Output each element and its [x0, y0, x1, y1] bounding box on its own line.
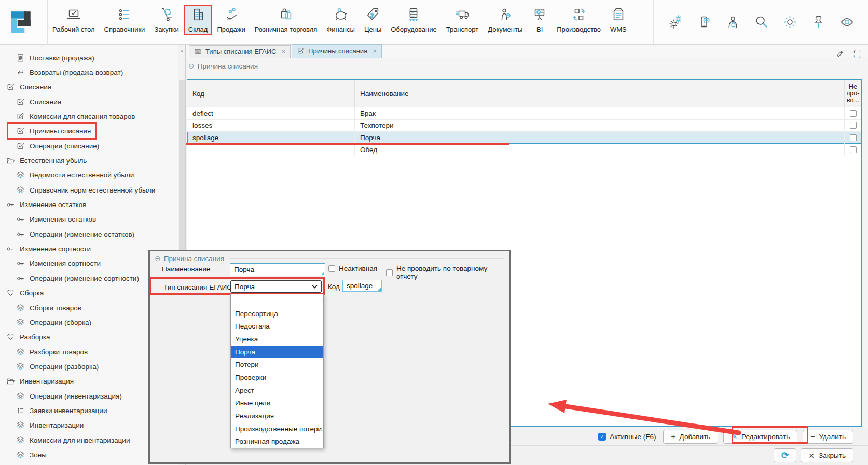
- refresh-button[interactable]: ⟳: [774, 448, 796, 462]
- checkbox-unchecked-icon[interactable]: [328, 265, 335, 272]
- feedback-chat-icon[interactable]: [697, 15, 712, 30]
- column-header-name[interactable]: Наименование: [355, 80, 845, 107]
- sidebar-item[interactable]: Операции (списание): [0, 139, 178, 153]
- module-label: Документы: [488, 25, 522, 33]
- close-button[interactable]: ✕ Закрыть: [801, 448, 853, 462]
- module-bi[interactable]: BI: [527, 5, 552, 35]
- sidebar-item[interactable]: Изменение остатков: [0, 197, 178, 212]
- sidebar-item[interactable]: Изменения остатков: [0, 212, 178, 227]
- eye-icon[interactable]: [839, 15, 855, 30]
- tab-close-icon[interactable]: ×: [282, 48, 286, 56]
- name-input[interactable]: Порча: [230, 263, 325, 276]
- checkbox-unchecked-icon[interactable]: [850, 146, 857, 153]
- checkbox-checked-icon[interactable]: ✓: [598, 433, 606, 441]
- checkbox-unchecked-icon[interactable]: [850, 134, 857, 141]
- checkbox-unchecked-icon[interactable]: [386, 269, 393, 276]
- fullscreen-icon[interactable]: [852, 49, 862, 59]
- table-row[interactable]: spoilageПорча: [187, 132, 861, 144]
- scrollbar-up-arrow[interactable]: ▲: [178, 49, 185, 52]
- cell-code[interactable]: deflect: [187, 107, 355, 119]
- module-purchases[interactable]: Закупки: [149, 5, 183, 35]
- module-desktop[interactable]: Рабочий стол: [48, 5, 100, 35]
- module-sales[interactable]: Продажи: [212, 5, 250, 35]
- cell-name[interactable]: Порча: [355, 132, 845, 144]
- module-transport[interactable]: Транспорт: [442, 5, 484, 35]
- cell-name[interactable]: Обед: [355, 144, 845, 156]
- cell-name[interactable]: Брак: [355, 107, 845, 119]
- sidebar-item[interactable]: Списания: [0, 80, 178, 94]
- dropdown-option[interactable]: Потери: [231, 358, 323, 371]
- sidebar-item-label: Справочник норм естественной убыли: [30, 186, 155, 194]
- module-catalogs[interactable]: Справочники: [100, 5, 150, 35]
- edit-button[interactable]: ✎ Редактировать: [723, 430, 797, 444]
- sidebar-item-label: Операции (инвентаризация): [30, 392, 122, 400]
- checkbox-unchecked-icon[interactable]: [850, 110, 857, 117]
- key-icon: [6, 244, 15, 253]
- cell-code[interactable]: [187, 144, 355, 156]
- dropdown-option[interactable]: Пересортица: [231, 307, 323, 320]
- table-row[interactable]: lossesТехпотери: [187, 120, 861, 132]
- search-icon[interactable]: [754, 15, 769, 30]
- column-header-code[interactable]: Код: [187, 80, 355, 107]
- dropdown-option[interactable]: Производственные потери: [231, 422, 323, 435]
- module-label: Рабочий стол: [52, 25, 95, 33]
- group-box-line: [257, 66, 861, 66]
- pin-icon[interactable]: [811, 15, 826, 30]
- collapse-icon[interactable]: ⊖: [155, 254, 161, 263]
- sidebar-item[interactable]: Справочник норм естественной убыли: [0, 183, 178, 197]
- dropdown-option[interactable]: Уценка: [231, 333, 323, 346]
- module-documents[interactable]: Документы: [483, 5, 527, 35]
- tab-active[interactable]: Причины списания×: [292, 44, 382, 58]
- module-production[interactable]: Производство: [552, 5, 605, 35]
- dropdown-option[interactable]: Арест: [231, 384, 323, 397]
- dropdown-option[interactable]: Проверки: [231, 371, 323, 384]
- cell-code[interactable]: losses: [187, 120, 355, 132]
- brightness-icon[interactable]: [782, 15, 797, 30]
- dropdown-option[interactable]: Недостача: [231, 320, 323, 333]
- sidebar-item[interactable]: Возвраты (продажа-возврат): [0, 65, 178, 79]
- close-icon: ✕: [808, 452, 815, 460]
- tab-inactive[interactable]: Типы списания ЕГАИС×: [189, 45, 291, 58]
- active-filter-checkbox[interactable]: ✓ Активные (F6): [598, 433, 656, 441]
- dropdown-option[interactable]: Порча: [231, 346, 323, 359]
- inactive-checkbox[interactable]: Неактивная: [328, 265, 377, 272]
- tab-close-icon[interactable]: ×: [373, 47, 377, 55]
- egais-type-select[interactable]: Порча: [230, 280, 322, 293]
- module-label: Финансы: [326, 25, 355, 33]
- dropdown-option[interactable]: Иные цели: [231, 397, 323, 410]
- checkbox-unchecked-icon[interactable]: [850, 122, 857, 129]
- delete-button[interactable]: − Удалить: [803, 430, 853, 444]
- code-input[interactable]: spoilage: [342, 280, 382, 292]
- module-equipment[interactable]: Оборудование: [386, 5, 441, 35]
- tab-bar: Типы списания ЕГАИС×Причины списания×: [186, 45, 868, 58]
- sidebar-item[interactable]: Списания: [0, 94, 178, 109]
- table-row[interactable]: Обед: [187, 144, 861, 157]
- sidebar-item[interactable]: Причины списания: [0, 124, 178, 139]
- settings-gears-icon[interactable]: [668, 15, 683, 30]
- module-prices[interactable]: Цены: [360, 5, 386, 35]
- cell-name[interactable]: Техпотери: [355, 120, 845, 132]
- dropdown-option[interactable]: [231, 294, 323, 307]
- sidebar-item[interactable]: Поставки (продажа): [0, 50, 178, 65]
- sidebar-item[interactable]: Операции (изменение остатков): [0, 227, 178, 241]
- module-wms[interactable]: WMS: [605, 5, 631, 35]
- module-retail[interactable]: Розничная торговля: [250, 5, 322, 35]
- module-finance[interactable]: Финансы: [322, 5, 360, 35]
- sidebar-item[interactable]: Ведомости естественной убыли: [0, 168, 178, 183]
- egais-type-dropdown: ПересортицаНедостачаУценкаПорчаПотериПро…: [230, 294, 324, 448]
- user-lock-icon[interactable]: [725, 15, 740, 30]
- collapse-icon[interactable]: ⊖: [188, 62, 195, 70]
- sidebar-item[interactable]: Естественная убыль: [0, 153, 178, 168]
- column-header-notpost[interactable]: Не про- во...: [845, 80, 861, 107]
- cell-code[interactable]: spoilage: [187, 132, 355, 144]
- prices-icon: [365, 7, 381, 22]
- dropdown-option[interactable]: Розничная продажа: [231, 435, 323, 448]
- dropdown-option[interactable]: Реализация: [231, 409, 323, 422]
- code-field-label: Код: [328, 283, 340, 291]
- sidebar-item[interactable]: Комиссии для списания товаров: [0, 109, 178, 124]
- no-report-checkbox[interactable]: Не проводить по товарному отчету: [386, 265, 509, 280]
- module-warehouse[interactable]: Склад: [184, 5, 213, 35]
- add-button[interactable]: + Добавить: [663, 430, 718, 444]
- edit-mode-icon[interactable]: [835, 49, 845, 59]
- table-row[interactable]: deflectБрак: [187, 107, 861, 120]
